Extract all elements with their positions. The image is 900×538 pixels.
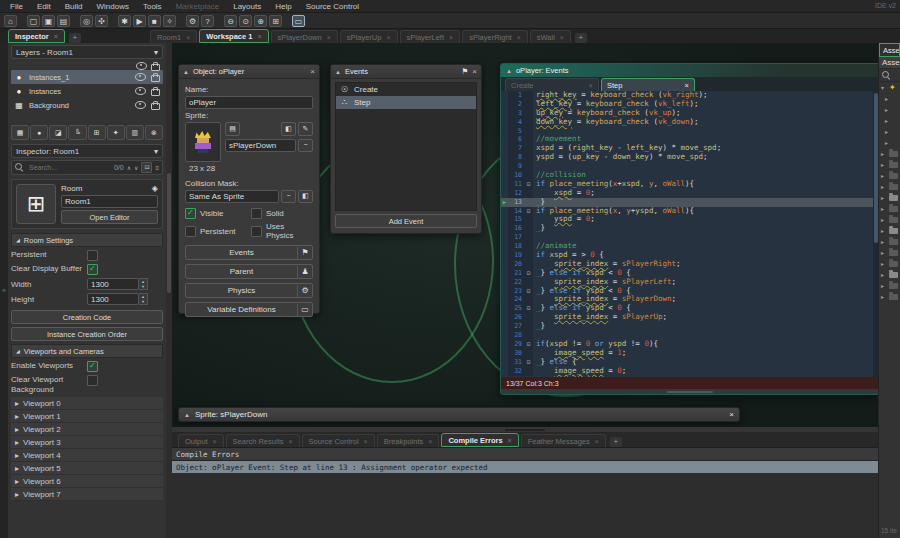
close-icon[interactable]: × — [729, 410, 734, 419]
code-line-8[interactable]: 8yspd = (up_key - down_key) * move_spd; — [501, 153, 878, 162]
line-number[interactable]: 14 — [508, 207, 524, 216]
close-icon[interactable]: × — [364, 438, 368, 445]
open-editor-button[interactable]: Open Editor — [61, 210, 158, 224]
lock-icon[interactable] — [151, 89, 160, 96]
dock-tab-compile-errors[interactable]: Compile Errors× — [441, 433, 518, 447]
close-icon[interactable]: × — [310, 67, 315, 76]
code-line-32[interactable]: 32 image_speed = 0; — [501, 367, 878, 376]
lock-icon[interactable] — [151, 103, 160, 110]
asset-tree-row[interactable]: ▸ — [879, 236, 900, 247]
create-executable-icon[interactable]: ✣ — [95, 15, 108, 27]
new-tile-layer-icon[interactable]: ⊞ — [88, 125, 106, 140]
persistent-checkbox[interactable] — [87, 250, 98, 261]
uses-physics-checkbox[interactable] — [251, 226, 262, 237]
debug-icon[interactable]: ✱ — [118, 15, 131, 27]
new-asset-layer-icon[interactable]: ◪ — [49, 125, 67, 140]
tag-icon[interactable]: ◈ — [152, 184, 158, 193]
close-icon[interactable]: × — [517, 34, 521, 41]
windows-grid-icon[interactable]: ⊞ — [269, 15, 282, 27]
home-icon[interactable]: ⌂ — [4, 15, 17, 27]
search-input[interactable] — [27, 163, 111, 172]
fold-marker-icon[interactable]: ⊟ — [524, 180, 533, 189]
help-icon[interactable]: ? — [201, 15, 214, 27]
close-icon[interactable]: × — [186, 34, 190, 41]
menu-file[interactable]: File — [10, 2, 23, 11]
tab-splayerdown[interactable]: sPlayerDown× — [271, 30, 338, 43]
menu-marketplace[interactable]: Marketplace — [176, 2, 220, 11]
edit-image-button[interactable]: ◧ — [281, 122, 296, 136]
collapse-icon[interactable]: ▲ — [183, 69, 189, 75]
new-project-icon[interactable]: ▢ — [27, 15, 40, 27]
fold-marker-icon[interactable]: ⊟ — [524, 358, 533, 367]
laptop-preview-icon[interactable]: ▭ — [292, 15, 305, 27]
code-tab-step[interactable]: Step× — [601, 78, 695, 91]
fold-marker-icon[interactable]: ⊟ — [524, 287, 533, 296]
persistent-checkbox[interactable] — [185, 226, 196, 237]
line-number[interactable]: 18 — [508, 242, 524, 251]
asset-tree-row[interactable]: ▸ — [879, 170, 900, 181]
object-window-titlebar[interactable]: ▲ Object: oPlayer × — [179, 65, 319, 79]
dock-tab-search-results[interactable]: Search Results× — [226, 434, 300, 447]
sprite-window-collapsed[interactable]: ▲ Sprite: sPlayerDown × — [178, 407, 740, 422]
add-event-button[interactable]: Add Event — [335, 214, 477, 228]
code-window-titlebar[interactable]: ▲ oPlayer: Events — [501, 64, 878, 77]
line-number[interactable]: 23 — [508, 287, 524, 296]
collision-edit-button[interactable]: ◧ — [298, 190, 313, 203]
collapse-icon[interactable]: ▲ — [184, 412, 190, 418]
asset-tree-row[interactable]: ▸ — [879, 247, 900, 258]
line-number[interactable]: 20 — [508, 260, 524, 269]
fold-marker-icon[interactable]: ⊟ — [524, 304, 533, 313]
lock-icon[interactable] — [151, 75, 160, 82]
menu-build[interactable]: Build — [65, 2, 83, 11]
line-number[interactable]: 19 — [508, 251, 524, 260]
line-number[interactable]: 21 — [508, 269, 524, 278]
line-number[interactable]: 30 — [508, 349, 524, 358]
code-tab-create[interactable]: Create× — [505, 78, 599, 91]
new-folder-layer-icon[interactable]: ▥ — [126, 125, 144, 140]
new-instance-layer-icon[interactable]: ● — [30, 125, 48, 140]
asset-tree-row[interactable]: ▸ — [879, 192, 900, 203]
creation-code-button[interactable]: Creation Code — [11, 310, 163, 324]
new-sprite-button[interactable]: ▤ — [225, 122, 240, 136]
events-button[interactable]: Events⚑ — [185, 245, 313, 260]
zoom-reset-icon[interactable]: ⊙ — [239, 15, 252, 27]
room-width-stepper[interactable]: 1300 ▲▼ — [87, 278, 148, 290]
tab-overflow-button[interactable]: + — [575, 33, 587, 43]
line-number[interactable]: 2 — [508, 100, 524, 109]
line-number[interactable]: 3 — [508, 109, 524, 118]
dock-tab-feather-messages[interactable]: Feather Messages× — [521, 434, 606, 447]
layers-dropdown[interactable]: Layers - Room1 ▾ — [11, 45, 163, 59]
asset-tree-row[interactable]: ▸ — [879, 159, 900, 170]
line-number[interactable]: 17 — [508, 233, 524, 242]
workspace[interactable]: ▲ Object: oPlayer × Name: oPlayer Sprite… — [172, 43, 878, 432]
physics-button[interactable]: Physics⚙ — [185, 283, 313, 298]
asset-tree-row[interactable]: ▸ — [879, 225, 900, 236]
asset-tree-row[interactable]: ▸ — [879, 93, 900, 104]
zoom-out-icon[interactable]: ⊖ — [224, 15, 237, 27]
new-background-layer-icon[interactable]: ▦ — [11, 125, 29, 140]
asset-tree-row[interactable]: ▾✦ — [879, 82, 900, 93]
asset-tree-row[interactable]: ▸ — [879, 115, 900, 126]
search-menu-icon[interactable]: ≡ — [155, 165, 159, 171]
instance-creation-order-button[interactable]: Instance Creation Order — [11, 327, 163, 341]
clear-display-buffer-checkbox[interactable] — [87, 264, 98, 275]
tab-inspector[interactable]: Inspector× — [8, 29, 65, 43]
line-number[interactable]: 27 — [508, 322, 524, 331]
close-icon[interactable]: × — [508, 437, 512, 444]
collapse-icon[interactable]: ▲ — [335, 69, 341, 75]
close-icon[interactable]: × — [257, 33, 261, 40]
line-number[interactable]: 29 — [508, 340, 524, 349]
compile-error-row[interactable]: Object: oPlayer Event: Step at line 13 :… — [172, 461, 878, 473]
line-number[interactable]: 12 — [508, 189, 524, 198]
tab-assets[interactable]: Asse — [879, 43, 900, 57]
event-row-step[interactable]: ∴Step — [336, 96, 476, 109]
code-resize-handle[interactable] — [501, 389, 878, 394]
close-icon[interactable]: × — [327, 34, 331, 41]
asset-tree-row[interactable]: ▸ — [879, 291, 900, 302]
menu-layouts[interactable]: Layouts — [233, 2, 261, 11]
close-icon[interactable]: × — [288, 438, 292, 445]
line-number[interactable]: 5 — [508, 127, 524, 136]
sprite-preview[interactable] — [185, 122, 221, 162]
asset-tree-row[interactable]: ▸ — [879, 181, 900, 192]
assets-search[interactable] — [879, 69, 900, 82]
